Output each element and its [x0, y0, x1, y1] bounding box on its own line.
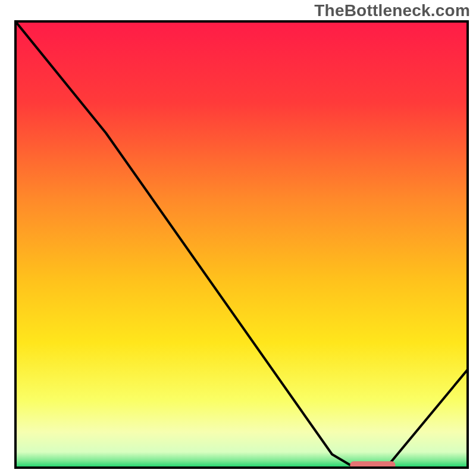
watermark-text: TheBottleneck.com	[314, 1, 470, 20]
chart-container: TheBottleneck.com	[0, 0, 476, 476]
bottleneck-chart	[0, 0, 476, 476]
gradient-background	[15, 21, 468, 468]
